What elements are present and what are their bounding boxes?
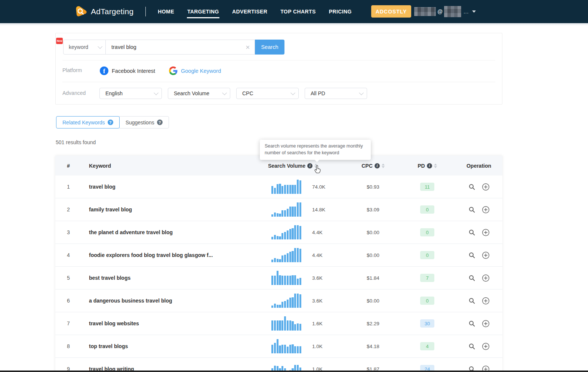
magnifier-icon[interactable]: [468, 206, 475, 213]
brand-logo[interactable]: AdTargeting: [75, 5, 133, 18]
platform-option-google[interactable]: Google Keyword: [169, 66, 221, 75]
new-badge: New: [56, 38, 63, 44]
tab-suggestions[interactable]: Suggestions ?: [119, 116, 169, 128]
facebook-circle-icon: f: [100, 66, 108, 75]
question-circle-icon[interactable]: ?: [157, 120, 163, 125]
magnifier-icon[interactable]: [468, 320, 475, 327]
trend-bar: [284, 316, 286, 331]
volume-cell: 74.0K: [238, 180, 347, 194]
nav-item-targeting[interactable]: TARGETING: [187, 4, 220, 19]
results-count: 501 results found: [56, 139, 96, 145]
table-row: 9 travel blog writing 1.0K $1.87 24: [55, 358, 502, 372]
sort-arrows-icon[interactable]: [382, 164, 385, 168]
tab-related-keywords[interactable]: Related Keywords ?: [56, 116, 120, 128]
trend-bar: [292, 297, 293, 308]
plus-circle-icon[interactable]: [482, 297, 490, 305]
trend-bar: [281, 233, 283, 239]
magnifier-icon[interactable]: [468, 183, 475, 190]
trend-bar: [289, 252, 291, 263]
trend-bar: [271, 260, 273, 262]
info-icon[interactable]: i: [307, 163, 313, 168]
nav-item-home[interactable]: HOME: [157, 4, 175, 19]
info-icon[interactable]: i: [375, 163, 380, 168]
trend-bar: [274, 188, 276, 194]
nav-item-top-charts[interactable]: TOP CHARTS: [280, 4, 317, 19]
trend-bar: [271, 320, 273, 331]
trend-bar: [297, 346, 299, 353]
tabs: Related Keywords ? Suggestions ?: [56, 116, 169, 128]
trend-bar: [289, 276, 291, 285]
search-input[interactable]: travel blog ✕: [106, 40, 255, 55]
row-index: 7: [55, 320, 81, 326]
plus-circle-icon[interactable]: [482, 206, 490, 214]
nav-item-advertiser[interactable]: ADVERTISER: [231, 4, 268, 19]
keyword-type-select[interactable]: keyword: [63, 40, 106, 55]
trend-bar: [289, 229, 291, 240]
volume-value: 1.6K: [312, 321, 323, 326]
plus-circle-icon[interactable]: [482, 274, 490, 282]
magnifier-icon[interactable]: [468, 343, 475, 350]
pd-badge: 0: [420, 297, 434, 305]
magnifier-icon[interactable]: [468, 252, 475, 259]
advanced-select-cpc[interactable]: CPC: [236, 88, 299, 99]
magnifier-icon[interactable]: [468, 275, 475, 282]
advanced-select-search-volume[interactable]: Search Volume: [168, 88, 230, 99]
nav-item-pricing[interactable]: PRICING: [328, 4, 353, 19]
chevron-down-icon: [290, 90, 295, 95]
navbar: AdTargeting HOMETARGETINGADVERTISERTOP C…: [0, 0, 588, 23]
user-menu[interactable]: @ ...: [414, 0, 476, 23]
question-circle-icon[interactable]: ?: [108, 120, 113, 125]
magnifier-icon[interactable]: [468, 297, 475, 304]
header-search-volume[interactable]: Search Volume i: [238, 163, 347, 169]
header-cpc[interactable]: CPC i: [347, 163, 399, 169]
trend-bar: [279, 275, 281, 285]
trend-bar: [284, 210, 286, 217]
trend-bar: [297, 323, 299, 331]
brand-name: AdTargeting: [91, 7, 133, 16]
keywords-table: # Keyword Search Volume i CPC i PD i Ope…: [55, 156, 502, 372]
trend-bar: [294, 185, 296, 194]
info-icon[interactable]: i: [427, 163, 432, 168]
plus-circle-icon[interactable]: [482, 342, 490, 350]
adcostly-button[interactable]: ADCOSTLY: [371, 5, 411, 18]
trend-bar: [277, 320, 278, 331]
trend-bar: [289, 345, 291, 353]
nav-menu: HOMETARGETINGADVERTISERTOP CHARTSPRICING: [157, 4, 353, 19]
volume-value: 4.4K: [312, 252, 323, 258]
trend-bar: [299, 324, 301, 331]
header-index: #: [55, 163, 81, 169]
trend-bar: [271, 237, 273, 239]
clear-x-icon[interactable]: ✕: [245, 44, 250, 51]
advanced-select-language[interactable]: English: [99, 88, 162, 99]
volume-value: 1.0K: [312, 344, 323, 349]
plus-circle-icon[interactable]: [482, 183, 490, 191]
cpc-value: $0.93: [347, 184, 399, 190]
trend-bar: [281, 210, 283, 217]
header-pd[interactable]: PD i: [399, 163, 455, 169]
trend-bar: [274, 304, 276, 308]
volume-value: 3.6K: [312, 275, 323, 281]
trend-chart: [271, 180, 301, 194]
nav-divider: [145, 7, 146, 16]
trend-bar: [284, 301, 286, 308]
plus-circle-icon[interactable]: [482, 251, 490, 259]
advanced-select-search-volume-value: Search Volume: [174, 90, 209, 96]
plus-circle-icon[interactable]: [482, 320, 490, 328]
platform-option-facebook[interactable]: f Facebook Interest: [100, 66, 155, 75]
row-index: 6: [55, 298, 81, 304]
sort-arrows-icon[interactable]: [434, 164, 437, 168]
chevron-down-icon: [359, 90, 364, 95]
trend-bar: [279, 259, 281, 262]
pd-cell: 0: [399, 251, 455, 259]
pd-badge: 7: [420, 274, 434, 282]
advanced-select-pd[interactable]: All PD: [305, 88, 367, 99]
magnifier-icon[interactable]: [468, 229, 475, 236]
plus-circle-icon[interactable]: [482, 229, 490, 236]
keyword-cell: the planet d adventure travel blog: [81, 229, 238, 235]
trend-bar: [279, 320, 281, 331]
trend-bar: [281, 186, 283, 194]
email-at-sign: @: [437, 9, 443, 15]
trend-bar: [297, 279, 299, 285]
search-button[interactable]: Search: [255, 40, 284, 55]
masked-email-block-2: [444, 6, 461, 17]
